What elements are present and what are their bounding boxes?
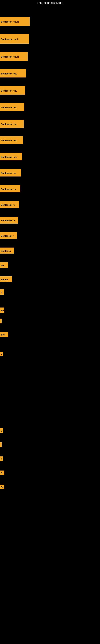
- bottleneck-result-item: |: [0, 442, 1, 447]
- bottleneck-result-item: Bottleneck result: [0, 34, 29, 44]
- bottleneck-result-item: Bott: [0, 332, 8, 337]
- bottleneck-result-item: Bottleneck resu: [0, 136, 23, 144]
- bottleneck-result-item: B: [0, 470, 4, 475]
- bottleneck-result-item: Bottleneck resu: [0, 103, 24, 111]
- bottleneck-result-item: Bottleneck re: [0, 201, 19, 208]
- site-title: TheBottlenecker.com: [0, 0, 100, 6]
- bottleneck-result-item: E: [0, 456, 3, 461]
- bottleneck-result-item: Bottleneck result: [0, 52, 28, 61]
- bottleneck-result-item: Bo: [0, 308, 4, 313]
- bottleneck-result-item: Bottleneck resu: [0, 69, 26, 78]
- bottleneck-result-item: E: [0, 428, 3, 433]
- bottleneck-result-item: Bottleneck r: [0, 232, 17, 239]
- bottleneck-result-item: Bc: [0, 484, 4, 489]
- bottleneck-result-item: Bottlenec: [0, 248, 14, 254]
- bottleneck-result-item: B: [0, 290, 4, 295]
- bottleneck-result-item: Bottleneck resu: [0, 120, 24, 128]
- bottleneck-result-item: Bottleneck res: [0, 185, 20, 192]
- bottleneck-result-item: Bot: [0, 262, 8, 268]
- bottleneck-result-item: E: [0, 352, 3, 356]
- bottleneck-result-item: Bottleneck res: [0, 169, 21, 176]
- bottleneck-result-item: Bottlen: [0, 276, 12, 282]
- bottleneck-result-item: Bottleneck re: [0, 217, 18, 224]
- bottleneck-result-item: Bottleneck resu: [0, 153, 22, 160]
- bottleneck-result-item: |: [0, 318, 1, 324]
- bottleneck-result-item: Bottleneck resu: [0, 86, 25, 94]
- bottleneck-result-item: Bottleneck result: [0, 17, 30, 26]
